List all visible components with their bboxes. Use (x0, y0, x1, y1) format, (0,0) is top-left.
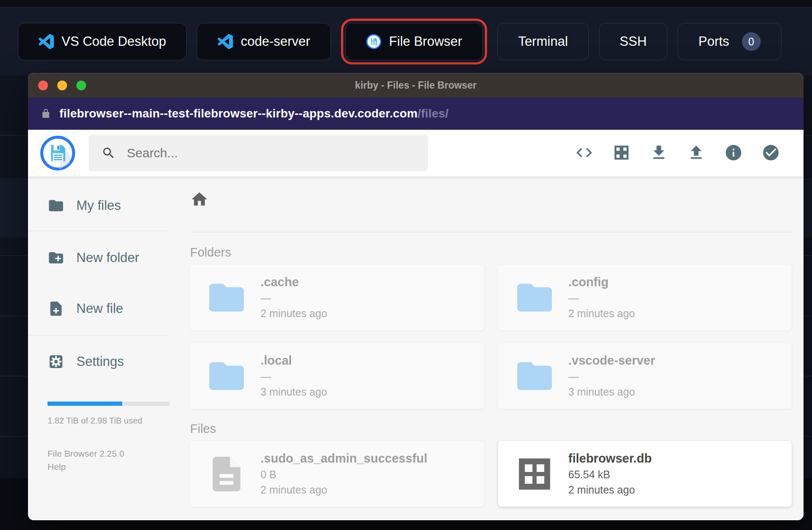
close-window-button[interactable] (38, 81, 48, 90)
sidebar-footer: File Browser 2.25.0 Help (28, 447, 170, 473)
sidebar-item-settings[interactable]: Settings (28, 347, 170, 377)
app-button-file-browser[interactable]: File Browser (345, 23, 483, 60)
app-toolbar (28, 130, 804, 176)
info-button[interactable] (724, 143, 743, 163)
code-icon (575, 143, 594, 163)
app-button-label: VS Code Desktop (62, 34, 166, 49)
item-name: .sudo_as_admin_successful (260, 452, 427, 466)
app-button-vs-code-desktop[interactable]: VS Code Desktop (18, 23, 187, 60)
vscode-icon (39, 34, 54, 49)
settings-icon (48, 353, 64, 370)
app-button-label: code-server (241, 34, 310, 49)
filebrowser-logo[interactable] (40, 135, 76, 171)
file-listing: Folders .cache—2 minutes ago.config—2 mi… (170, 176, 804, 520)
files-grid: .sudo_as_admin_successful0 B2 minutes ag… (190, 441, 792, 507)
app-button-ports[interactable]: Ports0 (678, 23, 781, 60)
storage-progress-fill (48, 402, 122, 406)
desktop-top-strip (0, 0, 812, 8)
folder-card[interactable]: .config—2 minutes ago (498, 265, 792, 330)
sidebar-item-label: New file (76, 301, 123, 316)
browser-window: kirby - Files - File Browser filebrowser… (28, 73, 804, 520)
app-button-code-server[interactable]: code-server (197, 23, 331, 60)
info-icon (724, 143, 743, 163)
search-icon (101, 146, 116, 160)
url-text: filebrowser--main--test-filebrowser--kir… (59, 107, 448, 120)
breadcrumb-home-button[interactable] (190, 190, 209, 209)
sidebar-item-label: My files (76, 198, 121, 213)
url-path: /files/ (417, 107, 448, 120)
ports-count-badge: 0 (742, 32, 761, 51)
item-details: .config—2 minutes ago (568, 275, 635, 320)
file-card[interactable]: .sudo_as_admin_successful0 B2 minutes ag… (190, 441, 484, 507)
storage-usage-label: 1.82 TiB of 2.98 TiB used (48, 416, 170, 426)
item-name: .config (568, 275, 635, 289)
new-folder-icon (48, 249, 64, 266)
window-title: kirby - Files - File Browser (355, 80, 476, 91)
item-modified: 2 minutes ago (260, 484, 427, 496)
sidebar: My files New folder New file Settings (28, 176, 170, 520)
download-icon (650, 143, 668, 163)
file-icon (204, 453, 249, 495)
grid-view-button[interactable] (612, 143, 631, 163)
item-details: .sudo_as_admin_successful0 B2 minutes ag… (260, 452, 427, 496)
sidebar-divider (28, 335, 170, 335)
app-body: My files New folder New file Settings (28, 176, 804, 520)
folder-card[interactable]: .local—3 minutes ago (190, 343, 484, 409)
window-titlebar: kirby - Files - File Browser (28, 73, 804, 98)
sidebar-item-label: New folder (76, 250, 139, 265)
item-details: .vscode-server—3 minutes ago (568, 354, 655, 398)
sidebar-item-new-folder[interactable]: New folder (28, 243, 170, 273)
folder-icon (512, 277, 557, 318)
help-link[interactable]: Help (48, 460, 170, 473)
address-bar[interactable]: filebrowser--main--test-filebrowser--kir… (28, 98, 804, 130)
item-name: .vscode-server (568, 354, 655, 368)
item-name: .cache (260, 275, 327, 289)
traffic-lights (38, 73, 86, 98)
sidebar-item-my-files[interactable]: My files (28, 191, 170, 220)
upload-button[interactable] (686, 143, 706, 163)
folder-icon (48, 197, 64, 214)
app-button-terminal[interactable]: Terminal (497, 23, 588, 60)
download-button[interactable] (649, 143, 669, 163)
folder-card[interactable]: .cache—2 minutes ago (190, 265, 484, 330)
sidebar-item-new-file[interactable]: New file (28, 294, 170, 324)
grid-view-icon (612, 143, 631, 163)
item-modified: 3 minutes ago (568, 386, 655, 398)
item-details: filebrowser.db65.54 kB2 minutes ago (568, 452, 652, 496)
search-box[interactable] (89, 135, 428, 171)
folder-icon (204, 355, 249, 397)
sidebar-divider (28, 231, 170, 231)
zoom-window-button[interactable] (76, 81, 86, 90)
app-button-label: Terminal (518, 34, 568, 49)
check-circle-icon (762, 143, 780, 163)
folder-card[interactable]: .vscode-server—3 minutes ago (498, 343, 792, 409)
folders-grid: .cache—2 minutes ago.config—2 minutes ag… (190, 265, 792, 409)
sidebar-item-label: Settings (76, 354, 124, 369)
breadcrumb-divider (190, 232, 792, 232)
highlight-ring: File Browser (341, 19, 487, 64)
filebrowser-icon (366, 34, 381, 49)
new-file-icon (48, 300, 64, 317)
minimize-window-button[interactable] (57, 81, 67, 90)
search-input[interactable] (127, 146, 415, 160)
app-button-label: File Browser (389, 34, 462, 49)
app-version: File Browser 2.25.0 (48, 447, 170, 460)
vscode-icon (218, 34, 233, 49)
folder-icon (512, 355, 557, 397)
workspace-app-bar: VS Code Desktopcode-serverFile BrowserTe… (0, 8, 812, 75)
check-circle-button[interactable] (761, 143, 781, 163)
item-size: 0 B (260, 469, 427, 481)
app-button-ssh[interactable]: SSH (599, 23, 668, 60)
lock-icon (41, 109, 51, 119)
desktop: VS Code Desktopcode-serverFile BrowserTe… (0, 0, 812, 530)
code-button[interactable] (574, 143, 594, 163)
home-icon (190, 190, 209, 209)
item-modified: 2 minutes ago (568, 307, 635, 320)
app-button-label: SSH (620, 34, 647, 49)
toolbar-actions (574, 143, 792, 163)
item-details: .local—3 minutes ago (260, 354, 327, 398)
item-modified: 3 minutes ago (260, 386, 327, 398)
file-card[interactable]: filebrowser.db65.54 kB2 minutes ago (498, 441, 792, 507)
item-name: .local (260, 354, 327, 368)
database-file-icon (512, 453, 557, 495)
